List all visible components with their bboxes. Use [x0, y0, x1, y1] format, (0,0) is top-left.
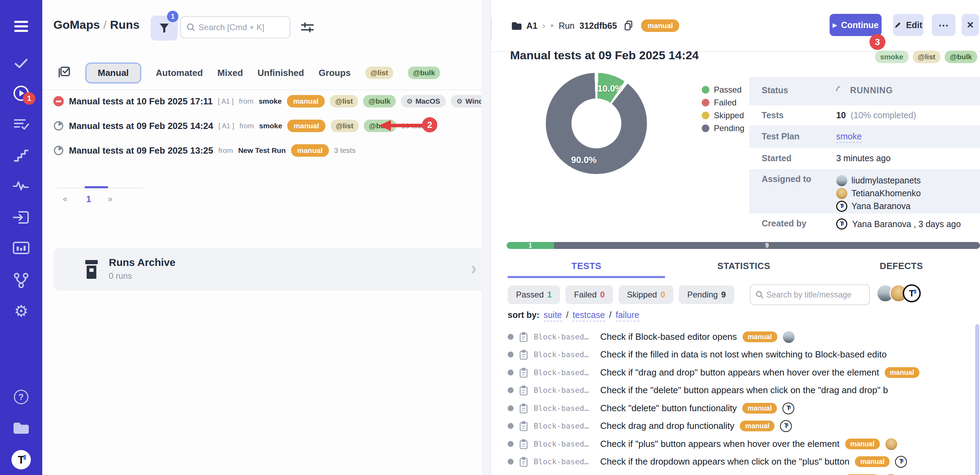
smoke-tag-badge[interactable]: smoke [875, 51, 908, 63]
sidebar-item-milestones[interactable] [0, 148, 42, 163]
chevron-right-icon: › [471, 257, 477, 279]
chip-skipped[interactable]: Skipped0 [619, 285, 673, 304]
chip-failed[interactable]: Failed0 [566, 285, 613, 304]
test-row[interactable]: Block-based… Check if the "delete" butto… [508, 381, 980, 399]
sidebar-item-plans[interactable] [0, 117, 42, 132]
continue-button[interactable]: ▶ Continue [830, 14, 881, 36]
tab-automated[interactable]: Automated [156, 68, 203, 78]
user-avatar [885, 438, 897, 450]
run-row[interactable]: Manual tests at 09 Feb 2025 13:25 from N… [53, 138, 356, 163]
logo-avatar [903, 284, 921, 302]
test-plan-link[interactable]: smoke [836, 131, 862, 143]
annotation-marker-3: 3 [869, 34, 885, 50]
test-row[interactable]: Block-based… Check if the dropdown appea… [508, 453, 980, 470]
pending-dot [702, 124, 710, 132]
sign-in-icon [13, 210, 29, 225]
detail-breadcrumb: A1 › • Run 312dfb65 manual [511, 19, 679, 32]
donut-label-pending: 90.0% [571, 155, 597, 166]
tab-defects[interactable]: DEFECTS [822, 257, 980, 278]
test-row[interactable]: Block-based… Check if Block-based editor… [508, 328, 980, 346]
run-row[interactable]: Manual tests at 09 Feb 2025 14:24 [ A1 ]… [53, 114, 427, 138]
breadcrumb-run-id[interactable]: 312dfb65 [579, 21, 617, 31]
logo-avatar [895, 456, 907, 468]
help-button[interactable] [0, 390, 42, 404]
list-tag-badge[interactable]: @list [913, 51, 941, 63]
run-tags: smoke @list @bulk [875, 51, 977, 63]
project-name[interactable]: GoMaps [53, 18, 100, 31]
run-test-count: 3 tests [334, 146, 356, 155]
test-row[interactable]: Block-based… Check if the filled in data… [508, 346, 980, 363]
pulse-icon [13, 179, 29, 193]
pagination-prev[interactable]: « [58, 194, 72, 204]
sidebar: 1 ⚙ [0, 0, 42, 475]
manual-badge: manual [743, 332, 777, 342]
scrollbar[interactable] [975, 324, 979, 475]
bulk-tag-badge[interactable]: @bulk [945, 51, 977, 63]
test-row[interactable]: Block-based… Check if "plus" button appe… [508, 435, 980, 453]
tests-count: 10 [836, 110, 846, 120]
more-button[interactable]: ⋯ [932, 14, 955, 36]
tab-groups[interactable]: Groups [318, 68, 350, 78]
view-settings-button[interactable] [299, 19, 315, 35]
tag-filter-list[interactable]: @list [365, 67, 393, 79]
hamburger-icon [14, 19, 29, 33]
legend-item: Passed [702, 83, 745, 96]
copy-icon[interactable] [624, 20, 633, 31]
tab-mixed[interactable]: Mixed [217, 68, 243, 78]
chip-passed[interactable]: Passed1 [508, 285, 560, 304]
test-row[interactable]: Block-based… Check drag and drop functio… [508, 417, 980, 435]
sidebar-item-inbox[interactable] [0, 210, 42, 225]
tab-unfinished[interactable]: Unfinished [258, 68, 304, 78]
manual-badge: manual [845, 438, 880, 449]
manual-badge: manual [287, 95, 325, 107]
tab-manual[interactable]: Manual [85, 62, 142, 84]
sort-by-failure[interactable]: failure [616, 310, 640, 321]
info-row-status: Status RUNNING [749, 77, 980, 105]
legend-item: Failed [702, 96, 745, 109]
select-all-button[interactable] [57, 65, 71, 80]
pending-status-dot [508, 370, 514, 376]
panel-close-button[interactable]: ✕ [490, 18, 492, 40]
chart-legend: Passed Failed Skipped Pending [702, 83, 745, 134]
sidebar-item-settings[interactable]: ⚙ [0, 303, 42, 319]
tests-completed: (10% completed) [851, 110, 916, 120]
assignee-avatars[interactable] [877, 284, 921, 302]
pagination-next[interactable]: » [103, 194, 117, 204]
sort-by-suite[interactable]: suite [544, 310, 562, 321]
pagination-page-1[interactable]: 1 [82, 194, 95, 204]
edit-button[interactable]: Edit [893, 14, 924, 36]
runs-archive-card[interactable]: Runs Archive 0 runs › [53, 248, 488, 290]
tab-tests[interactable]: TESTS [508, 257, 665, 278]
breadcrumb-suite[interactable]: A1 [527, 21, 538, 31]
info-row-tests: Tests 10(10% completed) [749, 105, 980, 126]
sort-by-testcase[interactable]: testcase [573, 310, 605, 321]
skipped-dot [702, 112, 710, 119]
filter-count-badge: 1 [167, 11, 178, 22]
sidebar-item-reports[interactable] [0, 241, 42, 255]
search-input[interactable] [199, 22, 284, 32]
tests-search-input[interactable] [767, 290, 864, 300]
test-row[interactable]: Block-based… Check "delete" button funct… [508, 399, 980, 417]
user-avatar-button[interactable] [0, 450, 42, 469]
sidebar-item-projects[interactable] [0, 420, 42, 435]
steps-icon [13, 148, 29, 163]
run-title[interactable]: Manual tests at 09 Feb 2025 13:25 [69, 145, 213, 156]
sidebar-item-activity[interactable] [0, 179, 42, 193]
tag-filter-bulk[interactable]: @bulk [408, 67, 441, 79]
chip-pending[interactable]: Pending9 [679, 285, 734, 304]
run-title[interactable]: Manual tests at 09 Feb 2025 14:24 [69, 121, 213, 131]
run-title[interactable]: Manual tests at 10 Feb 2025 17:11 [69, 96, 213, 107]
gear-icon: ⚙ [406, 98, 413, 105]
run-row[interactable]: Manual tests at 10 Feb 2025 17:11 [ A1 ]… [53, 89, 490, 113]
sidebar-item-environments[interactable] [0, 272, 42, 288]
close-button[interactable]: ✕ [962, 14, 979, 36]
env-chip-macos: ⚙MacOS [401, 95, 445, 107]
sort-controls: sort by: suite / testcase / failure [508, 310, 640, 321]
menu-button[interactable] [0, 19, 42, 33]
checkbox-list-icon [57, 65, 71, 79]
tab-statistics[interactable]: STATISTICS [665, 257, 822, 278]
sidebar-item-runs-active[interactable] [0, 84, 42, 102]
test-row[interactable]: Block-based… manual [508, 471, 980, 475]
sidebar-item-testcases[interactable] [0, 56, 42, 71]
test-row[interactable]: Block-based… Check if "drag and drop" bu… [508, 364, 980, 381]
